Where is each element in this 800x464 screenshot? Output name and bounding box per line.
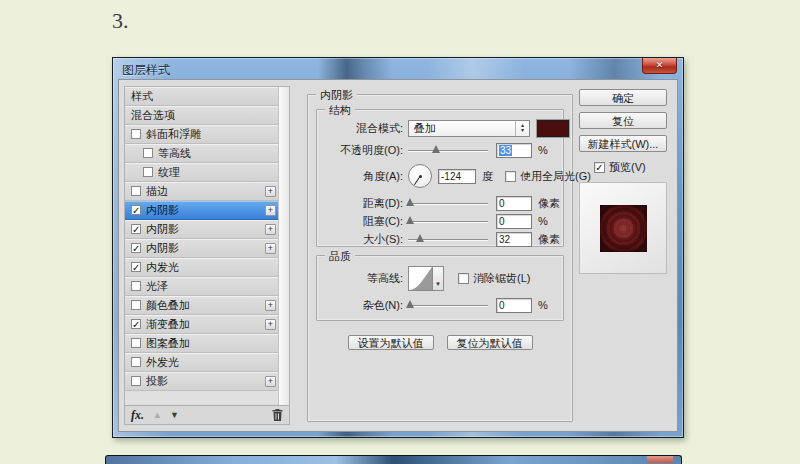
angle-input[interactable]: -124 (438, 169, 476, 184)
preview-label: 预览(V) (609, 160, 646, 175)
dialog-titlebar[interactable]: 图层样式 ✕ (113, 58, 683, 79)
noise-slider[interactable] (408, 300, 488, 310)
sidebar-item-14[interactable]: 外发光 (125, 353, 279, 372)
quality-groupbox: 品质 等高线: ▾ (316, 255, 564, 321)
size-input[interactable]: 32 (496, 232, 532, 247)
style-checkbox[interactable]: ✓ (131, 319, 141, 329)
spinner-arrows-icon: ▴▾ (515, 121, 529, 136)
structure-groupbox: 结构 混合模式: 叠加 ▴▾ 不透明 (316, 109, 564, 247)
style-checkbox[interactable] (131, 338, 141, 348)
close-button[interactable]: ✕ (642, 58, 677, 74)
sidebar-item-8[interactable]: ✓ 内阴影 + (125, 239, 279, 258)
style-checkbox[interactable] (131, 376, 141, 386)
defaults-buttons: 设置为默认值 复位为默认值 (308, 335, 572, 350)
choke-input[interactable]: 0 (496, 214, 532, 229)
style-checkbox[interactable]: ✓ (131, 224, 141, 234)
expand-plus-button[interactable]: + (265, 319, 276, 330)
expand-plus-button[interactable]: + (265, 376, 276, 387)
reset-button[interactable]: 复位 (579, 112, 667, 129)
style-checkbox[interactable]: ✓ (131, 262, 141, 272)
sidebar-item-3[interactable]: 等高线 (125, 144, 279, 163)
style-checkbox[interactable] (131, 357, 141, 367)
layer-style-dialog: 图层样式 ✕ 样式 混合选项 斜面和浮雕 等高线 纹理 描边 + ✓ (112, 57, 684, 438)
expand-plus-button[interactable]: + (265, 186, 276, 197)
distance-slider-thumb[interactable] (406, 198, 414, 206)
opacity-input[interactable]: 33 (496, 143, 532, 158)
preview-checkbox[interactable]: ✓ (594, 162, 605, 173)
sidebar-item-label: 斜面和浮雕 (146, 127, 201, 142)
sidebar-item-6[interactable]: ✓ 内阴影 + (125, 201, 279, 220)
use-global-light-checkbox[interactable] (505, 171, 516, 182)
move-up-icon[interactable]: ▲ (153, 410, 162, 420)
sidebar-item-2[interactable]: 斜面和浮雕 (125, 125, 279, 144)
noise-slider-thumb[interactable] (406, 300, 414, 308)
angle-value: -124 (441, 171, 461, 182)
sidebar-item-9[interactable]: ✓ 内发光 (125, 258, 279, 277)
sidebar-item-label: 内阴影 (146, 203, 179, 218)
contour-picker-arrow-icon[interactable]: ▾ (433, 266, 444, 291)
sidebar-item-11[interactable]: 颜色叠加 + (125, 296, 279, 315)
opacity-slider-thumb[interactable] (432, 145, 440, 153)
sidebar-item-0[interactable]: 样式 (125, 87, 279, 106)
sidebar-item-label: 颜色叠加 (146, 298, 190, 313)
sidebar-item-label: 投影 (146, 374, 168, 389)
angle-label: 角度(A): (323, 169, 408, 184)
sidebar-item-label: 内阴影 (146, 241, 179, 256)
angle-dial[interactable] (408, 164, 432, 188)
noise-input[interactable]: 0 (496, 298, 532, 313)
choke-slider[interactable] (408, 216, 488, 226)
make-default-button[interactable]: 设置为默认值 (348, 335, 434, 350)
size-slider-thumb[interactable] (416, 234, 424, 242)
sidebar-item-1[interactable]: 混合选项 (125, 106, 279, 125)
sidebar-item-5[interactable]: 描边 + (125, 182, 279, 201)
sidebar-item-13[interactable]: 图案叠加 (125, 334, 279, 353)
sidebar-item-label: 等高线 (158, 146, 191, 161)
size-slider[interactable] (408, 234, 488, 244)
noise-value: 0 (499, 300, 505, 311)
style-checkbox[interactable] (131, 300, 141, 310)
sidebar-footer: fx. ▲ ▼ (125, 405, 289, 424)
move-down-icon[interactable]: ▼ (170, 410, 179, 420)
distance-slider[interactable] (408, 198, 488, 208)
sidebar-item-label: 光泽 (146, 279, 168, 294)
contour-thumbnail[interactable] (408, 266, 433, 291)
new-style-button[interactable]: 新建样式(W)... (579, 135, 667, 152)
expand-plus-button[interactable]: + (265, 243, 276, 254)
fx-icon[interactable]: fx. (131, 408, 144, 423)
styles-list: 样式 混合选项 斜面和浮雕 等高线 纹理 描边 + ✓ 内阴影 + ✓ 内阴影 … (125, 87, 279, 405)
opacity-slider[interactable] (408, 145, 488, 155)
page-background: 3. 图层样式 ✕ 样式 混合选项 斜面和浮雕 等高线 纹理 描边 (0, 0, 800, 464)
blend-mode-select[interactable]: 叠加 ▴▾ (408, 120, 530, 137)
style-checkbox[interactable] (131, 129, 141, 139)
reset-default-button[interactable]: 复位为默认值 (447, 335, 533, 350)
style-checkbox[interactable]: ✓ (131, 205, 141, 215)
style-checkbox[interactable] (143, 148, 153, 158)
distance-input[interactable]: 0 (496, 196, 532, 211)
choke-slider-thumb[interactable] (406, 216, 414, 224)
structure-title: 结构 (325, 103, 355, 118)
antialias-checkbox[interactable] (458, 273, 469, 284)
expand-plus-button[interactable]: + (265, 224, 276, 235)
noise-row: 杂色(N): 0 % (323, 296, 559, 314)
expand-plus-button[interactable]: + (265, 205, 276, 216)
style-checkbox[interactable] (131, 186, 141, 196)
sidebar-item-12[interactable]: ✓ 渐变叠加 + (125, 315, 279, 334)
sidebar-item-10[interactable]: 光泽 (125, 277, 279, 296)
dialog-title: 图层样式 (122, 62, 170, 79)
delete-effect-icon[interactable] (272, 409, 283, 421)
style-checkbox[interactable]: ✓ (131, 243, 141, 253)
sidebar-item-15[interactable]: 投影 + (125, 372, 279, 391)
sidebar-item-4[interactable]: 纹理 (125, 163, 279, 182)
sidebar-scrollbar[interactable] (278, 87, 289, 405)
style-checkbox[interactable] (131, 281, 141, 291)
close-icon: ✕ (656, 60, 664, 70)
distance-label: 距离(D): (323, 196, 408, 211)
style-checkbox[interactable] (143, 167, 153, 177)
shadow-color-swatch[interactable] (537, 120, 569, 137)
sidebar-item-7[interactable]: ✓ 内阴影 + (125, 220, 279, 239)
sidebar-item-label: 外发光 (146, 355, 179, 370)
choke-value: 0 (499, 216, 505, 227)
ok-button[interactable]: 确定 (579, 89, 667, 106)
expand-plus-button[interactable]: + (265, 300, 276, 311)
sidebar-item-label: 混合选项 (131, 108, 175, 123)
